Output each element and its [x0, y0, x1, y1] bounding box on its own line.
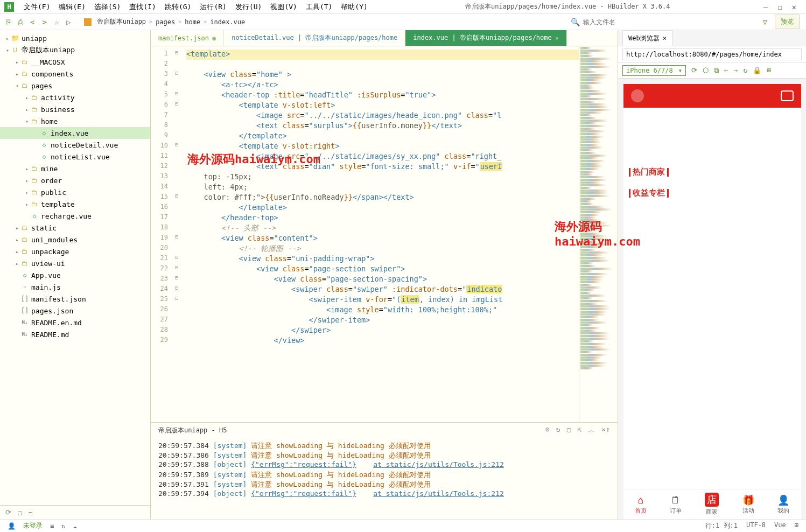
menu-item[interactable]: 发行(U): [231, 3, 266, 11]
encoding[interactable]: UTF-8: [746, 521, 766, 530]
preview-button[interactable]: 预览: [775, 15, 800, 29]
forward-icon[interactable]: >: [42, 18, 46, 26]
language[interactable]: Vue: [774, 521, 786, 530]
file-explorer: ▸📁uniapp▾Ｕ帝启版本uniapp▸🗀__MACOSX▸🗀componen…: [0, 30, 151, 519]
minimap[interactable]: [579, 46, 618, 422]
qr-icon[interactable]: ⊞: [767, 66, 771, 74]
tree-item[interactable]: ▾🗀pages: [0, 80, 150, 92]
refresh-nav-icon[interactable]: ↻: [744, 66, 748, 74]
menu-item[interactable]: 文件(F): [19, 3, 54, 11]
tree-item[interactable]: ▸🗀static: [0, 222, 150, 234]
close-tab-icon[interactable]: ×: [663, 34, 667, 42]
devtools-icon[interactable]: ⬡: [703, 66, 709, 74]
tabbar-button[interactable]: 🎁活动: [742, 494, 754, 515]
tree-item[interactable]: ▸📁uniapp: [0, 32, 150, 44]
tabbar-button[interactable]: 店商家: [705, 493, 719, 516]
restart-icon[interactable]: ↻: [556, 425, 560, 435]
terminal-icon[interactable]: ≡: [50, 522, 54, 530]
search-icon[interactable]: 🔍: [571, 18, 580, 26]
login-status[interactable]: 未登录: [23, 521, 43, 530]
cloud-icon[interactable]: ☁: [73, 522, 76, 530]
new-file-icon[interactable]: ⎘: [6, 18, 11, 26]
avatar-icon[interactable]: [631, 89, 644, 102]
tree-item[interactable]: ▸🗀uni_modules: [0, 234, 150, 246]
tree-item[interactable]: ▸🗀__MACOSX: [0, 56, 150, 68]
menu-item[interactable]: 跳转(G): [160, 3, 195, 11]
menu-item[interactable]: 帮助(Y): [337, 3, 372, 11]
breadcrumb-item[interactable]: 帝启版本uniapp: [96, 17, 147, 26]
breadcrumb-item[interactable]: home: [184, 18, 201, 26]
star-icon[interactable]: ☆: [54, 18, 59, 26]
run-icon[interactable]: ▷: [66, 18, 71, 26]
code-lines[interactable]: <template> <view class="home" > <a-tc></…: [182, 46, 579, 422]
menu-item[interactable]: 选择(S): [90, 3, 125, 11]
tree-item[interactable]: ◦main.js: [0, 281, 150, 293]
maximize-icon[interactable]: ☐: [777, 3, 782, 11]
menu-item[interactable]: 编辑(E): [54, 3, 89, 11]
tree-item[interactable]: ◇noticeList.vue: [0, 151, 150, 163]
collapse-console-icon[interactable]: ︿: [588, 425, 595, 435]
filter-icon[interactable]: ▽: [763, 18, 767, 26]
sync-icon[interactable]: ⟳: [5, 508, 11, 516]
collapse-icon[interactable]: ▢: [18, 508, 22, 516]
menu-item[interactable]: 查找(I): [125, 3, 160, 11]
clear-icon[interactable]: ▢: [567, 425, 571, 435]
editor-tab[interactable]: manifest.json●: [151, 30, 224, 46]
user-icon[interactable]: 👤: [8, 522, 16, 530]
tree-item[interactable]: ▸🗀public: [0, 186, 150, 198]
device-select[interactable]: iPhone 6/7/8▾: [622, 65, 686, 76]
tree-item[interactable]: ◇recharge.vue: [0, 210, 150, 222]
tree-item[interactable]: ▸🗀template: [0, 198, 150, 210]
sync-status-icon[interactable]: ↻: [61, 522, 65, 530]
save-icon[interactable]: ⎙: [18, 18, 23, 26]
tree-item[interactable]: ▸🗀order: [0, 174, 150, 186]
breadcrumb-item[interactable]: index.vue: [209, 18, 246, 26]
tree-item[interactable]: ◇App.vue: [0, 269, 150, 281]
tabbar-button[interactable]: 👤我的: [777, 494, 789, 515]
search-input[interactable]: [583, 18, 648, 26]
close-icon[interactable]: ✕: [792, 3, 796, 11]
browser-tab[interactable]: Web浏览器 ×: [622, 30, 672, 46]
breadcrumb-item[interactable]: pages: [155, 18, 176, 26]
tree-item[interactable]: []manifest.json: [0, 293, 150, 305]
tree-item[interactable]: ▸🗀business: [0, 103, 150, 115]
lock-icon[interactable]: 🔒: [753, 66, 761, 74]
code-editor[interactable]: 1234567891011121314151617181920212223242…: [151, 46, 618, 422]
tree-item[interactable]: ▸🗀activity: [0, 92, 150, 103]
more-icon[interactable]: ⋯: [29, 508, 33, 516]
tree-item[interactable]: M↓README.en.md: [0, 317, 150, 328]
tree-item[interactable]: ▸🗀uview-ui: [0, 257, 150, 269]
log-line: 20:59:57.394 [object] {"errMsg":"request…: [158, 489, 610, 499]
menu-host: 文件(F)编辑(E)选择(S)查找(I)跳转(G)运行(R)发行(U)视图(V)…: [19, 2, 372, 12]
tree-item[interactable]: ▸🗀unpackage: [0, 246, 150, 257]
back-icon[interactable]: <: [30, 18, 34, 26]
preview-url-input[interactable]: [622, 48, 802, 60]
tree-item[interactable]: ▸🗀mine: [0, 163, 150, 174]
tree-item[interactable]: ▸🗀components: [0, 68, 150, 80]
menu-item[interactable]: 运行(R): [195, 3, 230, 11]
tree-item[interactable]: ◇noticeDetail.vue: [0, 139, 150, 151]
editor-tab[interactable]: index.vue | 帝启版本uniapp/pages/home×: [405, 30, 567, 46]
tree-item[interactable]: ◇index.vue: [0, 127, 150, 139]
message-icon[interactable]: [781, 90, 794, 101]
stop-icon[interactable]: ⊘: [545, 425, 550, 435]
tree-item[interactable]: ▾Ｕ帝启版本uniapp: [0, 44, 150, 56]
open-icon[interactable]: ⧉: [714, 66, 719, 75]
minimize-icon[interactable]: —: [763, 3, 768, 11]
close-console-icon[interactable]: ×↑: [601, 425, 610, 435]
reload-icon[interactable]: ⟳: [691, 66, 697, 74]
export-icon[interactable]: ⇱: [578, 425, 582, 435]
console-body[interactable]: 20:59:57.384 [system] 请注意 showLoading 与 …: [151, 438, 618, 519]
editor-tab[interactable]: noticeDetail.vue | 帝启版本uniapp/pages/home: [224, 30, 405, 46]
tree-item[interactable]: []pages.json: [0, 305, 150, 317]
tabbar-button[interactable]: 🗒订单: [670, 494, 682, 515]
tree-item[interactable]: ▾🗀home: [0, 115, 150, 127]
menu-item[interactable]: 工具(T): [302, 3, 337, 11]
menu-item[interactable]: 视图(V): [266, 3, 301, 11]
project-icon: [84, 18, 92, 26]
back-nav-icon[interactable]: ←: [724, 66, 728, 74]
tabbar-button[interactable]: ⌂首页: [635, 494, 647, 515]
layout-icon[interactable]: ⊞: [795, 521, 798, 530]
forward-nav-icon[interactable]: →: [734, 66, 738, 74]
tree-item[interactable]: M↓README.md: [0, 328, 150, 340]
